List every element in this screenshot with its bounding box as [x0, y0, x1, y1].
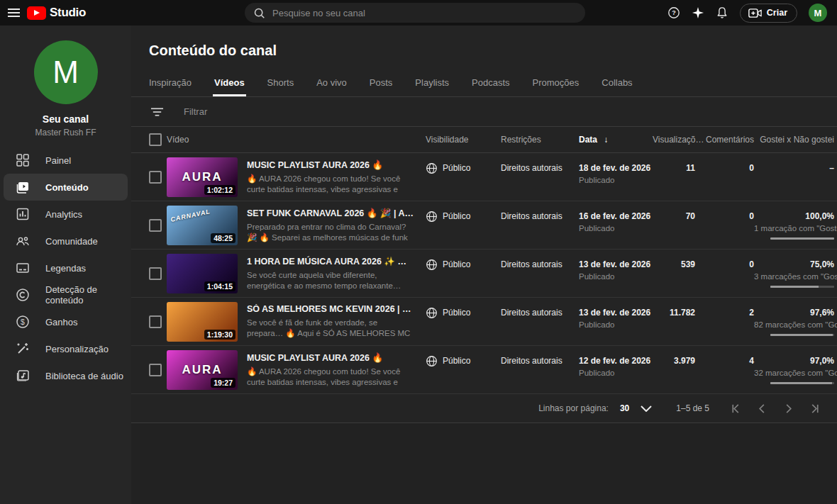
tab-collabs[interactable]: Collabs	[590, 70, 643, 96]
pagination-bar: Linhas por página: 30 1–5 de 5	[131, 394, 837, 423]
video-list: AURA 1:02:12 MUSIC PLAYLIST AURA 2026 🔥 …	[131, 153, 837, 394]
sort-descending-icon: ↓	[604, 135, 608, 145]
video-thumbnail[interactable]: AURA 19:27	[167, 350, 238, 390]
publish-status: Publicado	[579, 320, 653, 329]
sidebar-item-label: Conteúdo	[45, 182, 89, 193]
last-page-icon[interactable]	[809, 403, 820, 414]
sidebar-item-personaliza-o[interactable]: Personalização	[0, 335, 131, 362]
audio-library-icon	[16, 369, 30, 383]
column-header-likes[interactable]: Gostei x Não gostei	[754, 135, 837, 145]
restrictions-cell[interactable]: Direitos autorais	[501, 346, 579, 393]
row-checkbox[interactable]	[149, 219, 162, 232]
column-header-visibility[interactable]: Visibilidade	[426, 135, 501, 145]
visibility-cell[interactable]: Público	[426, 201, 501, 249]
video-title[interactable]: MUSIC PLAYLIST AURA 2026 🔥	[247, 159, 414, 170]
sidebar-item-label: Legendas	[45, 263, 86, 274]
visibility-cell[interactable]: Público	[426, 153, 501, 201]
filter-bar[interactable]: Filtrar	[131, 97, 837, 127]
video-title[interactable]: 1 HORA DE MÚSICA AURA 2026 ✨ 🔥 | As M…	[247, 256, 414, 267]
notifications-bell-icon[interactable]	[716, 6, 728, 19]
column-header-comments[interactable]: Comentários	[695, 135, 754, 145]
create-video-icon	[748, 8, 762, 18]
sidebar-item-legendas[interactable]: Legendas	[0, 254, 131, 281]
video-title[interactable]: SET FUNK CARNAVAL 2026 🔥 🎉 | AS MAIS …	[247, 208, 414, 218]
sidebar-item-label: Analytics	[45, 209, 82, 220]
restrictions-cell[interactable]: Direitos autorais	[501, 298, 579, 345]
next-page-icon[interactable]	[783, 403, 794, 414]
search-bar[interactable]	[245, 3, 585, 23]
video-description: Se você é fã de funk de verdade, se prep…	[247, 318, 414, 339]
filter-label: Filtrar	[184, 106, 207, 117]
brand-name: Studio	[50, 6, 86, 20]
youtube-studio-logo[interactable]: Studio	[27, 6, 86, 20]
video-thumbnail[interactable]: 1:04:15	[167, 254, 238, 293]
customization-icon	[16, 342, 30, 356]
search-input[interactable]	[272, 8, 577, 18]
column-header-video[interactable]: Vídeo	[167, 135, 426, 145]
restrictions-cell[interactable]: Direitos autorais	[501, 201, 579, 249]
tab-shorts[interactable]: Shorts	[256, 70, 306, 96]
table-row[interactable]: AURA 1:02:12 MUSIC PLAYLIST AURA 2026 🔥 …	[131, 153, 837, 201]
menu-icon[interactable]	[0, 6, 27, 19]
restrictions-cell[interactable]: Direitos autorais	[501, 250, 579, 297]
globe-public-icon	[426, 259, 438, 271]
column-header-date[interactable]: Data ↓	[579, 135, 653, 145]
video-thumbnail[interactable]: 1:19:30	[167, 302, 238, 342]
video-duration-badge: 1:02:12	[204, 185, 235, 195]
publish-status: Publicado	[579, 224, 653, 233]
sidebar-item-comunidade[interactable]: Comunidade	[0, 228, 131, 254]
sidebar-item-ganhos[interactable]: $ Ganhos	[0, 308, 131, 335]
likes-percentage: –	[754, 163, 834, 173]
content-icon	[16, 180, 30, 194]
publish-date: 16 de fev. de 2026	[579, 211, 653, 221]
video-title[interactable]: MUSIC PLAYLIST AURA 2026 🔥	[247, 352, 414, 363]
tab-promo-es[interactable]: Promoções	[521, 70, 591, 96]
account-avatar[interactable]: M	[809, 4, 827, 22]
tab-inspira-o[interactable]: Inspiração	[138, 70, 203, 96]
video-title[interactable]: SÓ AS MELHORES MC KEVIN 2026 | 1 HORA …	[247, 304, 414, 314]
tab-playlists[interactable]: Playlists	[404, 70, 460, 96]
tab-v-deos[interactable]: Vídeos	[203, 70, 256, 96]
row-checkbox[interactable]	[149, 267, 162, 280]
tab-posts[interactable]: Posts	[358, 70, 404, 96]
copyright-icon	[16, 288, 30, 302]
sidebar-item-biblioteca-de-udio[interactable]: Biblioteca de áudio	[0, 362, 131, 389]
likes-count-label: 32 marcações com "Gostei"	[754, 369, 834, 377]
comments-cell: 4	[695, 346, 754, 393]
visibility-cell[interactable]: Público	[426, 298, 501, 345]
sidebar-item-label: Ganhos	[45, 317, 78, 327]
table-row[interactable]: CARNAVAL 48:25 SET FUNK CARNAVAL 2026 🔥 …	[131, 201, 837, 250]
first-page-icon[interactable]	[731, 403, 741, 414]
column-header-restrictions[interactable]: Restrições	[501, 135, 579, 145]
create-button[interactable]: Criar	[740, 4, 797, 23]
sidebar-item-conte-do[interactable]: Conteúdo	[4, 174, 128, 201]
table-row[interactable]: AURA 19:27 MUSIC PLAYLIST AURA 2026 🔥 🔥 …	[131, 346, 837, 394]
video-thumbnail[interactable]: AURA 1:02:12	[167, 157, 238, 197]
thumbnail-text: CARNAVAL	[170, 208, 211, 223]
table-row[interactable]: 1:19:30 SÓ AS MELHORES MC KEVIN 2026 | 1…	[131, 298, 837, 346]
sidebar-item-painel[interactable]: Painel	[0, 147, 131, 174]
video-description: 🔥 AURA 2026 chegou com tudo! Se você cur…	[247, 366, 414, 388]
restrictions-cell[interactable]: Direitos autorais	[501, 153, 579, 201]
visibility-cell[interactable]: Público	[426, 346, 501, 393]
row-checkbox[interactable]	[149, 364, 162, 376]
likes-ratio-bar	[770, 382, 834, 384]
select-all-checkbox[interactable]	[149, 133, 162, 146]
row-checkbox[interactable]	[149, 315, 162, 328]
visibility-cell[interactable]: Público	[426, 250, 501, 297]
tab-podcasts[interactable]: Podcasts	[460, 70, 521, 96]
tab-ao-vivo[interactable]: Ao vivo	[305, 70, 358, 96]
table-row[interactable]: 1:04:15 1 HORA DE MÚSICA AURA 2026 ✨ 🔥 |…	[131, 250, 837, 298]
column-header-views[interactable]: Visualizaçõ…	[653, 135, 695, 145]
channel-avatar[interactable]: M	[34, 40, 98, 104]
rows-per-page-value[interactable]: 30	[620, 403, 629, 413]
previous-page-icon[interactable]	[757, 403, 767, 414]
rows-per-page-dropdown-icon[interactable]	[641, 405, 652, 412]
video-thumbnail[interactable]: CARNAVAL 48:25	[167, 206, 238, 245]
help-icon[interactable]: ?	[667, 6, 680, 19]
sidebar-item-detec-o-de-conte-do[interactable]: Detecção de conteúdo	[0, 281, 131, 308]
sidebar-item-analytics[interactable]: Analytics	[0, 201, 131, 228]
sparkle-icon[interactable]	[692, 6, 704, 19]
likes-percentage: 97,6%	[754, 308, 834, 318]
row-checkbox[interactable]	[149, 171, 162, 184]
